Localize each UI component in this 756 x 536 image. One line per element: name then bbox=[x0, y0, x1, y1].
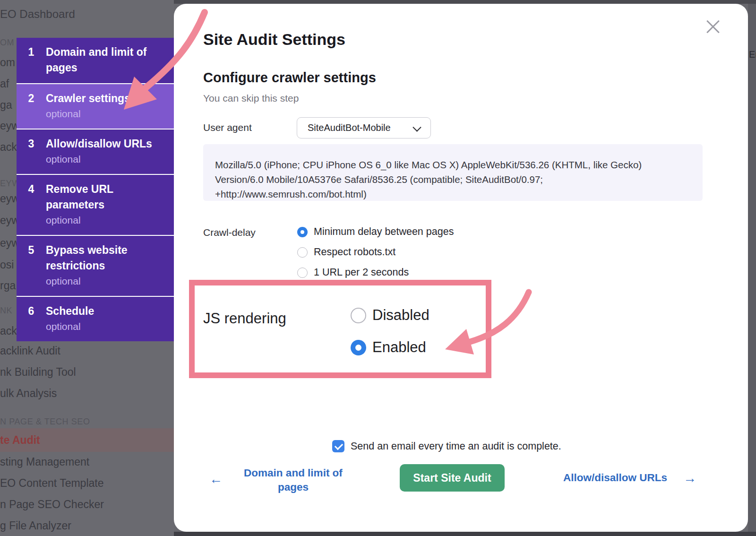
sidebar-item[interactable]: ack bbox=[0, 324, 17, 337]
app-topbar-sliver bbox=[174, 0, 756, 4]
sidebar-item-on-page-seo-checker[interactable]: n Page SEO Checker bbox=[0, 498, 104, 511]
sidebar-item-bulk-analysis[interactable]: ulk Analysis bbox=[0, 387, 57, 400]
sidebar-item-site-audit[interactable]: te Audit bbox=[0, 433, 40, 447]
sidebar-item[interactable]: ack bbox=[0, 140, 17, 154]
step-title: Schedule bbox=[46, 303, 165, 319]
js-rendering-label: JS rendering bbox=[203, 310, 286, 327]
radio-selected-icon[interactable] bbox=[297, 227, 308, 237]
arrow-left-icon[interactable]: ← bbox=[209, 472, 223, 487]
step-optional-note: optional bbox=[46, 106, 165, 121]
app-bottom-sliver bbox=[174, 532, 756, 536]
step-optional-note: optional bbox=[46, 274, 165, 288]
sidebar-item[interactable]: rga bbox=[0, 279, 16, 292]
step-title: Remove URL parameters bbox=[46, 182, 165, 213]
background-text-fragment: En bbox=[749, 49, 756, 60]
radio-label: Disabled bbox=[372, 307, 430, 324]
sidebar-section-competitive-research: OM bbox=[0, 36, 14, 49]
modal-title: Site Audit Settings bbox=[203, 30, 345, 49]
step-number: 6 bbox=[17, 303, 46, 334]
step-number: 4 bbox=[17, 182, 46, 227]
crawl-delay-label: Crawl-delay bbox=[203, 227, 256, 238]
step-title: Crawler settings bbox=[46, 91, 165, 106]
step-number: 2 bbox=[17, 91, 46, 121]
screen: EO Dashboard OM om af ga eyw ack EYW eyw… bbox=[0, 0, 756, 536]
user-agent-string-line: +http://www.semrush.com/bot.html) bbox=[215, 187, 688, 201]
checkbox-checked-icon[interactable] bbox=[332, 440, 344, 452]
radio-label: 1 URL per 2 seconds bbox=[314, 267, 409, 278]
user-agent-string-line: Mozilla/5.0 (iPhone; CPU iPhone OS 6_0 l… bbox=[215, 157, 688, 172]
step-number: 1 bbox=[17, 44, 46, 76]
sidebar-section-on-page-tech-seo: N PAGE & TECH SEO bbox=[0, 415, 90, 428]
sidebar-item[interactable]: ga bbox=[0, 98, 12, 112]
radio-unselected-icon[interactable] bbox=[351, 308, 366, 323]
sidebar-item-backlink-audit[interactable]: acklink Audit bbox=[0, 344, 60, 357]
sidebar-section-link-building: NK bbox=[0, 304, 12, 317]
user-agent-dropdown[interactable]: SiteAuditBot-Mobile bbox=[297, 117, 431, 138]
radio-js-enabled[interactable]: Enabled bbox=[351, 339, 426, 356]
start-site-audit-button[interactable]: Start Site Audit bbox=[400, 464, 505, 492]
radio-label: Minimum delay between pages bbox=[314, 226, 454, 238]
step-optional-note: optional bbox=[46, 319, 165, 334]
radio-label: Respect robots.txt bbox=[314, 246, 395, 258]
sidebar-item-log-file-analyzer[interactable]: g File Analyzer bbox=[0, 519, 71, 532]
user-agent-string-line: Version/6.0 Mobile/10A5376e Safari/8536.… bbox=[215, 172, 688, 187]
sidebar-item[interactable]: om bbox=[0, 56, 15, 69]
section-subheading: You can skip this step bbox=[203, 93, 299, 104]
radio-minimum-delay[interactable]: Minimum delay between pages bbox=[297, 226, 454, 238]
chevron-down-icon bbox=[412, 123, 421, 131]
site-audit-settings-modal: Site Audit Settings Configure crawler se… bbox=[174, 4, 748, 532]
radio-label: Enabled bbox=[372, 339, 426, 356]
step-title: Allow/disallow URLs bbox=[46, 136, 165, 152]
sidebar-item-seo-content-template[interactable]: EO Content Template bbox=[0, 476, 103, 490]
radio-one-url-per-2s[interactable]: 1 URL per 2 seconds bbox=[297, 267, 409, 278]
step-number: 3 bbox=[17, 136, 46, 166]
back-link-domain-and-limit[interactable]: Domain and limit of pages bbox=[235, 466, 351, 494]
radio-respect-robots[interactable]: Respect robots.txt bbox=[297, 246, 395, 258]
radio-js-disabled[interactable]: Disabled bbox=[351, 307, 430, 324]
step-crawler-settings[interactable]: 2 Crawler settings optional bbox=[17, 83, 174, 129]
user-agent-string-box: Mozilla/5.0 (iPhone; CPU iPhone OS 6_0 l… bbox=[203, 144, 703, 201]
sidebar-item[interactable]: osi bbox=[0, 258, 14, 271]
arrow-right-icon[interactable]: → bbox=[683, 471, 696, 486]
radio-unselected-icon[interactable] bbox=[297, 247, 308, 258]
sidebar-item-link-building-tool[interactable]: nk Building Tool bbox=[0, 365, 76, 379]
checkbox-label: Send an email every time an audit is com… bbox=[351, 441, 561, 452]
sidebar-item-listing-management[interactable]: sting Management bbox=[0, 455, 89, 468]
step-optional-note: optional bbox=[46, 213, 165, 227]
sidebar-item-seo-dashboard[interactable]: EO Dashboard bbox=[0, 8, 75, 21]
user-agent-label: User agent bbox=[203, 122, 252, 133]
step-remove-url-parameters[interactable]: 4 Remove URL parameters optional bbox=[17, 174, 174, 235]
email-checkbox-row[interactable]: Send an email every time an audit is com… bbox=[332, 440, 561, 452]
radio-unselected-icon[interactable] bbox=[297, 268, 308, 278]
js-rendering-highlight-box bbox=[189, 280, 491, 378]
step-bypass-website-restrictions[interactable]: 5 Bypass website restrictions optional bbox=[17, 235, 174, 296]
step-domain-and-limit[interactable]: 1 Domain and limit of pages bbox=[17, 38, 174, 83]
step-title: Domain and limit of pages bbox=[46, 44, 165, 76]
step-optional-note: optional bbox=[46, 152, 165, 166]
close-icon[interactable] bbox=[702, 16, 724, 38]
step-number: 5 bbox=[17, 242, 46, 288]
radio-selected-icon[interactable] bbox=[351, 340, 366, 355]
wizard-stepper: 1 Domain and limit of pages 2 Crawler se… bbox=[17, 38, 174, 341]
section-heading: Configure crawler settings bbox=[203, 70, 376, 86]
sidebar-item[interactable]: af bbox=[0, 77, 9, 90]
user-agent-value: SiteAuditBot-Mobile bbox=[308, 122, 391, 133]
step-title: Bypass website restrictions bbox=[46, 242, 165, 274]
step-schedule[interactable]: 6 Schedule optional bbox=[17, 296, 174, 341]
step-allow-disallow-urls[interactable]: 3 Allow/disallow URLs optional bbox=[17, 129, 174, 174]
background-right-sliver: En bbox=[748, 0, 756, 536]
next-link-allow-disallow[interactable]: Allow/disallow URLs bbox=[563, 472, 667, 484]
